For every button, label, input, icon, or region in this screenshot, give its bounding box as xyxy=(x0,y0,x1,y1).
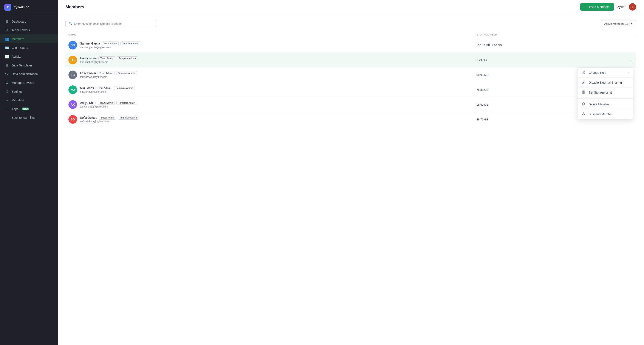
role-badge: Template Admin xyxy=(114,86,135,90)
avatar-image: FB xyxy=(68,70,77,79)
sidebar-item-migration[interactable]: ↔ Migration xyxy=(0,96,58,104)
more-options-button[interactable]: ⋯ xyxy=(627,57,633,63)
sidebar-item-team-folders[interactable]: 🗂 Team Folders xyxy=(0,26,58,34)
avatar-initials: Z xyxy=(632,5,634,8)
avatar-image: MJ xyxy=(68,85,77,94)
sidebar-item-client-users[interactable]: 🪪 Client Users xyxy=(0,43,58,52)
sidebar-item-label: Data Templates xyxy=(12,64,32,67)
member-email: felix.brown@zylker.com xyxy=(80,75,137,78)
role-badge: Template Admin xyxy=(116,101,137,105)
page-title: Members xyxy=(66,4,84,9)
member-name: Hari Krishna xyxy=(80,56,97,60)
member-name: Sofia Deluca xyxy=(80,116,97,119)
content-area: 🔍 Active Members(18) ▾ NAME STORAGE USED xyxy=(58,14,644,345)
main-content: Members ＋ Invite Members Zylker Z 🔍 Acti… xyxy=(58,0,644,345)
member-name-cell: SD Sofia Deluca Super AdminTemplate Admi… xyxy=(66,112,474,127)
user-name: Zylker xyxy=(617,5,626,8)
sidebar-nav: ⊞ Dashboard 🗂 Team Folders 👥 Members 🪪 C… xyxy=(0,15,58,345)
table-header: NAME STORAGE USED xyxy=(66,32,636,38)
role-badge: Team Admin xyxy=(96,86,112,90)
sidebar-item-manage-devices[interactable]: ⚙ Manage Devices xyxy=(0,78,58,87)
sidebar-item-apps[interactable]: ⊞ Apps New xyxy=(0,104,58,113)
role-badge: Team Admin xyxy=(102,41,119,45)
member-cell: AK Aaliya Khan Team AdminTemplate Admin … xyxy=(68,100,470,109)
apps-new-badge: New xyxy=(22,107,29,110)
sidebar-logo: Z Zylker Inc. xyxy=(0,0,58,15)
avatar-image: SG xyxy=(68,41,77,49)
role-badge: Team Admin xyxy=(98,71,114,75)
member-storage-cell: 75.88 GB xyxy=(474,82,636,97)
storage-value: 48.75 GB xyxy=(476,118,488,121)
member-avatar: AK xyxy=(68,100,77,109)
sidebar-item-label: Team Folders xyxy=(12,28,30,32)
member-info: Samuel Garcia Team AdminTemplate Admin s… xyxy=(80,41,141,49)
member-name-cell: SG Samuel Garcia Team AdminTemplate Admi… xyxy=(66,38,474,53)
manage-devices-icon: ⚙ xyxy=(5,81,9,85)
member-cell: SG Samuel Garcia Team AdminTemplate Admi… xyxy=(68,41,470,49)
sidebar-item-data-templates[interactable]: ⊞ Data Templates xyxy=(0,61,58,70)
col-header-storage: STORAGE USED xyxy=(474,32,636,38)
col-header-name: NAME xyxy=(66,32,474,38)
sidebar-item-dashboard[interactable]: ⊞ Dashboard xyxy=(0,17,58,26)
sidebar: Z Zylker Inc. ⊞ Dashboard 🗂 Team Folders… xyxy=(0,0,58,345)
member-storage-cell: 48.75 GB xyxy=(474,112,636,127)
member-storage-cell: 56.95 MB xyxy=(474,67,636,82)
plus-icon: ＋ xyxy=(584,5,588,9)
member-storage-cell: 15.50 MB xyxy=(474,97,636,112)
sidebar-item-label: Migration xyxy=(12,98,24,102)
search-input[interactable] xyxy=(74,22,152,25)
table-row: MJ Mia Jones Team AdminTemplate Admin mi… xyxy=(66,82,636,97)
member-name-cell: AK Aaliya Khan Team AdminTemplate Admin … xyxy=(66,97,474,112)
members-table: NAME STORAGE USED SG Samuel Garcia Team … xyxy=(66,32,636,127)
header-right: ＋ Invite Members Zylker Z xyxy=(580,3,636,11)
member-cell: HK Hari Krishna Team AdminTemplate Admin… xyxy=(68,56,470,64)
member-email: samuel.garcia@zylker.com xyxy=(80,46,141,49)
member-avatar: MJ xyxy=(68,85,77,94)
member-name-cell: HK Hari Krishna Team AdminTemplate Admin… xyxy=(66,53,474,67)
sidebar-item-back-to-team[interactable]: ← Back to team files xyxy=(0,113,58,122)
sidebar-item-label: Settings xyxy=(12,90,22,93)
activity-icon: 📊 xyxy=(5,54,9,58)
sidebar-item-settings[interactable]: ⚙ Settings xyxy=(0,87,58,96)
sidebar-item-label: Apps xyxy=(12,107,18,111)
member-cell: MJ Mia Jones Team AdminTemplate Admin mi… xyxy=(68,85,470,94)
user-avatar[interactable]: Z xyxy=(629,3,636,10)
storage-value: 130.45 MB of 10 GB xyxy=(476,44,502,47)
role-badge: Team Admin xyxy=(98,101,115,105)
filter-dropdown-button[interactable]: Active Members(18) ▾ xyxy=(601,20,636,27)
member-avatar: FB xyxy=(68,70,77,79)
role-badge: Template Admin xyxy=(120,41,141,45)
avatar-image: SD xyxy=(68,115,77,124)
sidebar-item-label: Client Users xyxy=(12,46,28,49)
sidebar-item-label: Dashboard xyxy=(12,20,26,23)
sidebar-item-activity[interactable]: 📊 Activity xyxy=(0,52,58,61)
member-name: Aaliya Khan xyxy=(80,101,96,104)
member-avatar: SG xyxy=(68,41,77,49)
role-badge: Template Admin xyxy=(117,56,138,60)
avatar-image: HK xyxy=(68,56,77,64)
sidebar-item-data-administration[interactable]: 🛡 Data Administration xyxy=(0,70,58,78)
page-header: Members ＋ Invite Members Zylker Z xyxy=(58,0,644,14)
sidebar-item-label: Manage Devices xyxy=(12,81,34,84)
member-avatar: HK xyxy=(68,56,77,64)
sidebar-item-members[interactable]: 👥 Members xyxy=(0,34,58,43)
data-administration-icon: 🛡 xyxy=(5,72,9,76)
avatar-image: AK xyxy=(68,100,77,109)
dashboard-icon: ⊞ xyxy=(5,19,9,23)
sidebar-item-label: Members xyxy=(12,37,24,41)
member-email: hari.krishna@zylker.com xyxy=(80,61,138,64)
storage-value: 1.79 GB xyxy=(476,58,487,62)
migration-icon: ↔ xyxy=(5,98,9,102)
search-box[interactable]: 🔍 xyxy=(66,20,156,27)
role-badge: Team Admin xyxy=(98,56,115,60)
row-actions: ⋯ Change Role › xyxy=(627,57,633,63)
settings-icon: ⚙ xyxy=(5,89,9,94)
member-info: Sofia Deluca Super AdminTemplate Admin s… xyxy=(80,116,139,123)
sidebar-item-label: Data Administration xyxy=(12,72,38,76)
back-icon: ← xyxy=(5,116,9,120)
apps-icon: ⊞ xyxy=(5,107,9,111)
member-email: mia.jones@zylker.com xyxy=(80,90,135,93)
team-folders-icon: 🗂 xyxy=(5,28,9,32)
member-name-cell: FB Felix Brown Team AdminTemplate Admin … xyxy=(66,67,474,82)
invite-members-button[interactable]: ＋ Invite Members xyxy=(580,3,614,11)
